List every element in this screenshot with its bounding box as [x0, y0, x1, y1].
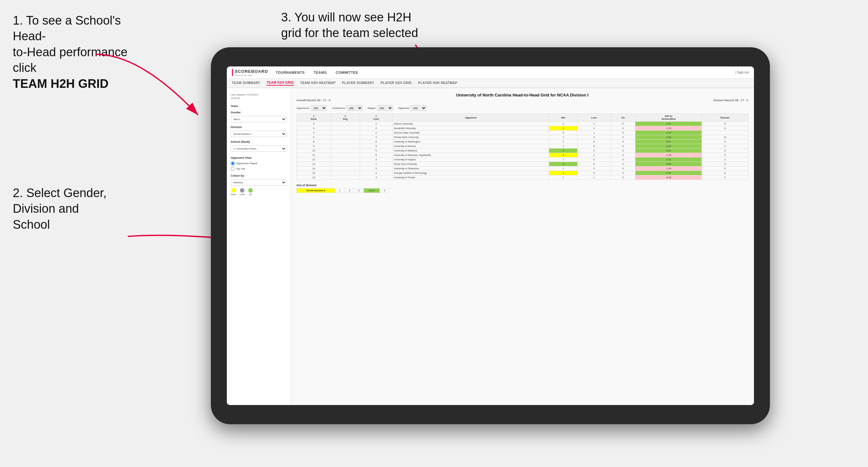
sub-nav-player-h2h-grid[interactable]: PLAYER H2H GRID — [380, 81, 412, 85]
radio-group: Opponents Played Top 100 — [231, 161, 286, 171]
step2-line2: Division and — [13, 202, 79, 215]
cell-tie: 0 — [611, 135, 636, 139]
opponent-filter-select[interactable]: (All) — [410, 105, 427, 111]
cell-rounds: 3 — [702, 153, 748, 157]
radio-top100[interactable]: Top 100 — [231, 167, 286, 171]
cell-loss: 0 — [578, 144, 611, 149]
cell-tie: 0 — [611, 157, 636, 162]
col-loss: Loss — [578, 114, 611, 122]
division-record: Division Record: 88 - 17 - 0 — [713, 99, 748, 102]
cell-conf: 2 — [360, 139, 392, 144]
cell-tie: 0 — [611, 171, 636, 175]
cell-reg — [331, 144, 360, 149]
step2-line1: 2. Select Gender, — [13, 186, 107, 200]
cell-tie: 0 — [611, 153, 636, 157]
cell-win: 0 — [549, 126, 578, 131]
cell-conf: 3 — [360, 144, 392, 149]
cell-reg — [331, 162, 360, 166]
conference-select[interactable]: (All) — [347, 105, 363, 111]
region-select[interactable]: (All) — [377, 105, 393, 111]
cell-opponent: Vanderbilt University — [392, 126, 549, 131]
sub-nav-player-h2h-heatmap[interactable]: PLAYER H2H HEATMAP — [418, 81, 458, 85]
overall-record: Overall Record: 89 - 17 - 0 — [297, 99, 330, 102]
cell-opponent: University of Oklahoma — [392, 166, 549, 171]
sub-nav-team-h2h-heatmap[interactable]: TEAM H2H HEATMAP — [300, 81, 336, 85]
sub-nav: TEAM SUMMARY TEAM H2H GRID TEAM H2H HEAT… — [227, 79, 754, 88]
nav-committee[interactable]: COMMITTEE — [336, 71, 359, 74]
col-rounds: Rounds — [702, 114, 748, 122]
color-level — [240, 188, 244, 193]
nav-teams[interactable]: TEAMS — [314, 71, 327, 74]
col-opponent: Opponent — [392, 114, 549, 122]
sign-out[interactable]: | Sign out — [736, 71, 749, 74]
cell-opponent: Florida State University — [392, 135, 549, 139]
conference-label: Conference — [332, 107, 345, 110]
filter-conference: Conference (All) — [332, 105, 362, 111]
cell-win: 0 — [549, 171, 578, 175]
tablet-screen: SCOREBOARD Powered by clippi TOURNAMENTS… — [227, 66, 754, 405]
logo-text: SCOREBOARD — [235, 69, 268, 74]
step2-annotation: 2. Select Gender, Division and School — [13, 185, 107, 232]
step3-annotation: 3. You will now see H2H grid for the tea… — [281, 9, 418, 41]
table-row: 14 2 University of Oklahoma 1 2 0 -1.00 … — [297, 166, 748, 171]
cell-diff: 9.00 — [636, 144, 702, 149]
region-label: Region — [368, 107, 376, 110]
cell-rounds: 8 — [702, 149, 748, 153]
sub-nav-player-summary[interactable]: PLAYER SUMMARY — [342, 81, 374, 85]
sub-nav-team-summary[interactable]: TEAM SUMMARY — [232, 81, 260, 85]
cell-win: 3 — [549, 149, 578, 153]
data-table: #Rank #Reg #Conf Opponent Win Loss Tie D… — [297, 114, 748, 180]
cell-rounds: 3 — [702, 157, 748, 162]
ood-loss: 0 — [345, 188, 354, 193]
school-select[interactable]: 1. University of Nort... — [231, 145, 286, 152]
cell-loss: 4 — [578, 126, 611, 131]
cell-rank: 4 — [297, 131, 331, 135]
cell-opponent: University of Washington — [392, 139, 549, 144]
cell-diff: 2.33 — [636, 157, 702, 162]
cell-opponent: University of Arizona — [392, 144, 549, 149]
sub-nav-team-h2h-grid[interactable]: TEAM H2H GRID — [267, 81, 293, 86]
gender-select[interactable]: Men's — [231, 116, 286, 122]
cell-rounds: 9 — [702, 166, 748, 171]
cell-rounds: 2 — [702, 144, 748, 149]
nav-tournaments[interactable]: TOURNAMENTS — [276, 71, 305, 74]
cell-tie: 0 — [611, 131, 636, 135]
cell-win: 3 — [549, 162, 578, 166]
filter-opponent: Opponent (All) — [398, 105, 427, 111]
cell-rounds: 8 — [702, 126, 748, 131]
cell-rounds: 3 — [702, 139, 748, 144]
opponent-filter-label: Opponent — [398, 107, 409, 110]
cell-rounds: 12 — [702, 135, 748, 139]
cell-win: 1 — [549, 135, 578, 139]
table-row: 9 3 University of Arizona 1 0 0 9.00 2 — [297, 144, 748, 149]
cell-opponent: University of Florida — [392, 175, 549, 180]
out-of-division-table: NCAA Division II 1 0 0 26.00 3 — [297, 188, 390, 193]
colour-select[interactable]: Win/loss — [231, 179, 286, 186]
cell-loss: 0 — [578, 149, 611, 153]
cell-loss: 0 — [578, 139, 611, 144]
cell-conf: 1 — [360, 131, 392, 135]
cell-conf: 6 — [360, 153, 392, 157]
col-rank: #Rank — [297, 114, 331, 122]
cell-conf: 3 — [360, 157, 392, 162]
radio-opponents-played[interactable]: Opponents Played — [231, 161, 286, 165]
cell-reg — [331, 126, 360, 131]
cell-win: 1 — [549, 144, 578, 149]
color-legend: Down Level Up — [231, 188, 286, 195]
cell-diff: 5.56 — [636, 162, 702, 166]
out-of-division-title: Out of division — [297, 184, 748, 187]
filter-opponents: Opponents: (All) — [297, 105, 327, 111]
cell-win: 5 — [549, 131, 578, 135]
table-row: 2 1 Auburn University 2 1 0 1.67 9 — [297, 122, 748, 126]
cell-rank: 12 — [297, 157, 331, 162]
col-win: Win — [549, 114, 578, 122]
division-select[interactable]: NCAA Division I — [231, 131, 286, 137]
logo-bar — [232, 69, 233, 76]
cell-rounds: 9 — [702, 122, 748, 126]
cell-loss: 1 — [578, 175, 611, 180]
cell-conf: 4 — [360, 171, 392, 175]
cell-reg — [331, 171, 360, 175]
opponents-select[interactable]: (All) — [311, 105, 327, 111]
top-nav: SCOREBOARD Powered by clippi TOURNAMENTS… — [227, 66, 754, 79]
col-reg: #Reg — [331, 114, 360, 122]
